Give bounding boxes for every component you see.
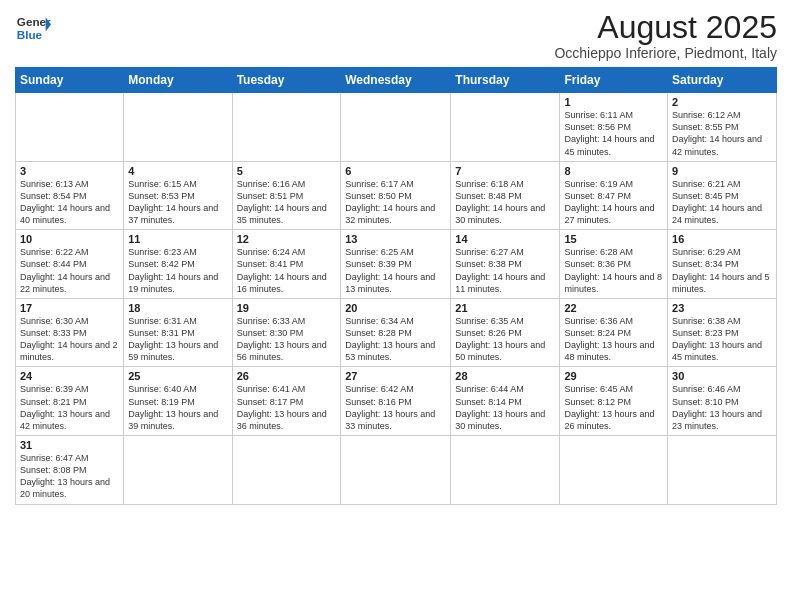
subtitle: Occhieppo Inferiore, Piedmont, Italy <box>554 45 777 61</box>
day-cell <box>451 93 560 162</box>
day-info: Sunrise: 6:45 AM Sunset: 8:12 PM Dayligh… <box>564 383 663 432</box>
week-row-3: 10Sunrise: 6:22 AM Sunset: 8:44 PM Dayli… <box>16 230 777 299</box>
logo: General Blue <box>15 10 51 46</box>
day-cell: 8Sunrise: 6:19 AM Sunset: 8:47 PM Daylig… <box>560 161 668 230</box>
day-cell: 27Sunrise: 6:42 AM Sunset: 8:16 PM Dayli… <box>341 367 451 436</box>
day-number: 28 <box>455 370 555 382</box>
day-number: 4 <box>128 165 227 177</box>
day-info: Sunrise: 6:40 AM Sunset: 8:19 PM Dayligh… <box>128 383 227 432</box>
day-cell: 13Sunrise: 6:25 AM Sunset: 8:39 PM Dayli… <box>341 230 451 299</box>
day-cell: 15Sunrise: 6:28 AM Sunset: 8:36 PM Dayli… <box>560 230 668 299</box>
day-cell <box>451 436 560 505</box>
day-info: Sunrise: 6:41 AM Sunset: 8:17 PM Dayligh… <box>237 383 337 432</box>
day-cell: 31Sunrise: 6:47 AM Sunset: 8:08 PM Dayli… <box>16 436 124 505</box>
week-row-1: 1Sunrise: 6:11 AM Sunset: 8:56 PM Daylig… <box>16 93 777 162</box>
day-info: Sunrise: 6:21 AM Sunset: 8:45 PM Dayligh… <box>672 178 772 227</box>
day-cell: 5Sunrise: 6:16 AM Sunset: 8:51 PM Daylig… <box>232 161 341 230</box>
day-number: 15 <box>564 233 663 245</box>
day-cell <box>668 436 777 505</box>
day-number: 23 <box>672 302 772 314</box>
day-cell: 10Sunrise: 6:22 AM Sunset: 8:44 PM Dayli… <box>16 230 124 299</box>
day-cell: 17Sunrise: 6:30 AM Sunset: 8:33 PM Dayli… <box>16 298 124 367</box>
day-cell: 7Sunrise: 6:18 AM Sunset: 8:48 PM Daylig… <box>451 161 560 230</box>
day-cell: 9Sunrise: 6:21 AM Sunset: 8:45 PM Daylig… <box>668 161 777 230</box>
day-number: 12 <box>237 233 337 245</box>
weekday-header-monday: Monday <box>124 68 232 93</box>
day-cell: 26Sunrise: 6:41 AM Sunset: 8:17 PM Dayli… <box>232 367 341 436</box>
day-info: Sunrise: 6:39 AM Sunset: 8:21 PM Dayligh… <box>20 383 119 432</box>
day-number: 18 <box>128 302 227 314</box>
day-info: Sunrise: 6:23 AM Sunset: 8:42 PM Dayligh… <box>128 246 227 295</box>
day-cell: 22Sunrise: 6:36 AM Sunset: 8:24 PM Dayli… <box>560 298 668 367</box>
day-number: 9 <box>672 165 772 177</box>
day-number: 17 <box>20 302 119 314</box>
day-info: Sunrise: 6:29 AM Sunset: 8:34 PM Dayligh… <box>672 246 772 295</box>
day-number: 19 <box>237 302 337 314</box>
page: General Blue August 2025 Occhieppo Infer… <box>0 0 792 612</box>
day-info: Sunrise: 6:46 AM Sunset: 8:10 PM Dayligh… <box>672 383 772 432</box>
day-info: Sunrise: 6:18 AM Sunset: 8:48 PM Dayligh… <box>455 178 555 227</box>
day-info: Sunrise: 6:44 AM Sunset: 8:14 PM Dayligh… <box>455 383 555 432</box>
day-cell <box>232 436 341 505</box>
day-cell: 28Sunrise: 6:44 AM Sunset: 8:14 PM Dayli… <box>451 367 560 436</box>
day-number: 13 <box>345 233 446 245</box>
day-cell: 16Sunrise: 6:29 AM Sunset: 8:34 PM Dayli… <box>668 230 777 299</box>
day-cell: 20Sunrise: 6:34 AM Sunset: 8:28 PM Dayli… <box>341 298 451 367</box>
day-cell: 11Sunrise: 6:23 AM Sunset: 8:42 PM Dayli… <box>124 230 232 299</box>
day-cell: 29Sunrise: 6:45 AM Sunset: 8:12 PM Dayli… <box>560 367 668 436</box>
day-info: Sunrise: 6:13 AM Sunset: 8:54 PM Dayligh… <box>20 178 119 227</box>
day-cell: 1Sunrise: 6:11 AM Sunset: 8:56 PM Daylig… <box>560 93 668 162</box>
day-cell: 14Sunrise: 6:27 AM Sunset: 8:38 PM Dayli… <box>451 230 560 299</box>
day-cell: 24Sunrise: 6:39 AM Sunset: 8:21 PM Dayli… <box>16 367 124 436</box>
title-block: August 2025 Occhieppo Inferiore, Piedmon… <box>554 10 777 61</box>
day-number: 8 <box>564 165 663 177</box>
day-number: 30 <box>672 370 772 382</box>
day-info: Sunrise: 6:38 AM Sunset: 8:23 PM Dayligh… <box>672 315 772 364</box>
day-info: Sunrise: 6:33 AM Sunset: 8:30 PM Dayligh… <box>237 315 337 364</box>
day-info: Sunrise: 6:19 AM Sunset: 8:47 PM Dayligh… <box>564 178 663 227</box>
day-info: Sunrise: 6:47 AM Sunset: 8:08 PM Dayligh… <box>20 452 119 501</box>
day-info: Sunrise: 6:42 AM Sunset: 8:16 PM Dayligh… <box>345 383 446 432</box>
day-cell: 12Sunrise: 6:24 AM Sunset: 8:41 PM Dayli… <box>232 230 341 299</box>
day-number: 6 <box>345 165 446 177</box>
weekday-header-thursday: Thursday <box>451 68 560 93</box>
day-number: 1 <box>564 96 663 108</box>
day-cell <box>341 436 451 505</box>
day-info: Sunrise: 6:30 AM Sunset: 8:33 PM Dayligh… <box>20 315 119 364</box>
weekday-header-friday: Friday <box>560 68 668 93</box>
day-cell: 23Sunrise: 6:38 AM Sunset: 8:23 PM Dayli… <box>668 298 777 367</box>
day-number: 14 <box>455 233 555 245</box>
main-title: August 2025 <box>554 10 777 45</box>
day-info: Sunrise: 6:36 AM Sunset: 8:24 PM Dayligh… <box>564 315 663 364</box>
weekday-header-sunday: Sunday <box>16 68 124 93</box>
weekday-header-wednesday: Wednesday <box>341 68 451 93</box>
day-info: Sunrise: 6:35 AM Sunset: 8:26 PM Dayligh… <box>455 315 555 364</box>
day-cell <box>560 436 668 505</box>
day-cell: 6Sunrise: 6:17 AM Sunset: 8:50 PM Daylig… <box>341 161 451 230</box>
weekday-header-tuesday: Tuesday <box>232 68 341 93</box>
day-number: 3 <box>20 165 119 177</box>
day-info: Sunrise: 6:12 AM Sunset: 8:55 PM Dayligh… <box>672 109 772 158</box>
day-number: 5 <box>237 165 337 177</box>
day-info: Sunrise: 6:17 AM Sunset: 8:50 PM Dayligh… <box>345 178 446 227</box>
day-number: 26 <box>237 370 337 382</box>
day-info: Sunrise: 6:11 AM Sunset: 8:56 PM Dayligh… <box>564 109 663 158</box>
day-info: Sunrise: 6:24 AM Sunset: 8:41 PM Dayligh… <box>237 246 337 295</box>
day-info: Sunrise: 6:16 AM Sunset: 8:51 PM Dayligh… <box>237 178 337 227</box>
svg-text:Blue: Blue <box>17 28 43 41</box>
weekday-header-saturday: Saturday <box>668 68 777 93</box>
day-cell: 19Sunrise: 6:33 AM Sunset: 8:30 PM Dayli… <box>232 298 341 367</box>
day-number: 22 <box>564 302 663 314</box>
day-number: 16 <box>672 233 772 245</box>
day-info: Sunrise: 6:27 AM Sunset: 8:38 PM Dayligh… <box>455 246 555 295</box>
week-row-2: 3Sunrise: 6:13 AM Sunset: 8:54 PM Daylig… <box>16 161 777 230</box>
day-info: Sunrise: 6:25 AM Sunset: 8:39 PM Dayligh… <box>345 246 446 295</box>
day-number: 29 <box>564 370 663 382</box>
day-cell <box>232 93 341 162</box>
day-info: Sunrise: 6:28 AM Sunset: 8:36 PM Dayligh… <box>564 246 663 295</box>
day-info: Sunrise: 6:34 AM Sunset: 8:28 PM Dayligh… <box>345 315 446 364</box>
day-number: 7 <box>455 165 555 177</box>
day-cell: 30Sunrise: 6:46 AM Sunset: 8:10 PM Dayli… <box>668 367 777 436</box>
day-number: 25 <box>128 370 227 382</box>
day-number: 27 <box>345 370 446 382</box>
